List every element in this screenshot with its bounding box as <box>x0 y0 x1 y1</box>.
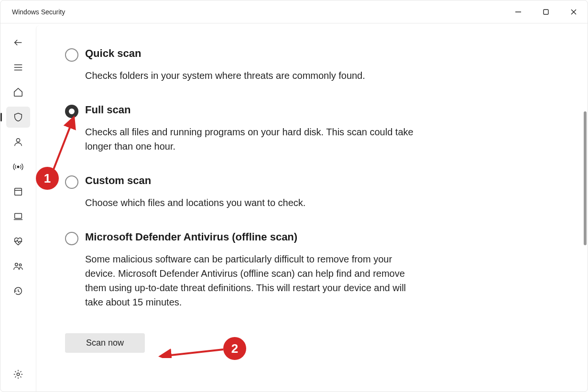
people-icon <box>13 261 23 272</box>
radio-offline-scan[interactable] <box>65 232 78 245</box>
browser-icon <box>13 186 23 197</box>
nav-settings[interactable] <box>6 364 30 385</box>
svg-rect-1 <box>544 10 548 14</box>
scan-option-offline: Microsoft Defender Antivirus (offline sc… <box>65 231 438 309</box>
nav-app-browser-control[interactable] <box>6 181 30 202</box>
annotation-badge-1: 1 <box>36 167 59 190</box>
scan-title: Full scan <box>85 104 438 116</box>
close-button[interactable] <box>560 0 588 23</box>
scan-title: Custom scan <box>85 174 438 187</box>
svg-point-16 <box>17 373 20 376</box>
back-button[interactable] <box>6 32 30 53</box>
scan-option-custom: Custom scan Choose which files and locat… <box>65 174 438 210</box>
person-icon <box>13 137 23 147</box>
scan-title: Microsoft Defender Antivirus (offline sc… <box>85 231 438 243</box>
hamburger-menu-button[interactable] <box>6 57 30 78</box>
nav-family-options[interactable] <box>6 256 30 277</box>
nav-home[interactable] <box>6 82 30 103</box>
minimize-icon <box>515 9 522 15</box>
svg-point-14 <box>15 263 18 266</box>
minimize-button[interactable] <box>504 0 532 23</box>
arrow-left-icon <box>13 37 23 48</box>
history-icon <box>13 286 23 296</box>
shield-icon <box>13 112 23 122</box>
scan-description: Checks all files and running programs on… <box>85 125 420 153</box>
scrollbar-thumb[interactable] <box>584 111 587 245</box>
nav-account-protection[interactable] <box>6 131 30 152</box>
nav-protection-history[interactable] <box>6 281 30 302</box>
laptop-icon <box>13 211 23 222</box>
radio-full-scan[interactable] <box>65 105 78 118</box>
scan-option-quick: Quick scan Checks folders in your system… <box>65 47 438 83</box>
scan-description: Checks folders in your system where thre… <box>85 68 420 83</box>
scan-now-button[interactable]: Scan now <box>65 333 145 353</box>
nav-firewall-network[interactable] <box>6 156 30 177</box>
nav-device-security[interactable] <box>6 206 30 227</box>
svg-rect-10 <box>15 188 22 196</box>
home-icon <box>13 87 23 98</box>
heart-pulse-icon <box>13 236 23 247</box>
main-content: Quick scan Checks folders in your system… <box>36 25 467 392</box>
scan-option-full: Full scan Checks all files and running p… <box>65 104 438 153</box>
maximize-button[interactable] <box>532 0 560 23</box>
svg-rect-12 <box>15 214 22 218</box>
annotation-badge-2: 2 <box>223 337 246 360</box>
wifi-signal-icon <box>13 162 23 172</box>
sidebar <box>0 23 36 392</box>
radio-quick-scan[interactable] <box>65 48 78 62</box>
maximize-icon <box>543 9 549 15</box>
titlebar: Windows Security <box>0 0 588 23</box>
radio-custom-scan[interactable] <box>65 175 78 189</box>
svg-point-15 <box>19 264 22 266</box>
scan-description: Some malicious software can be particula… <box>85 252 420 309</box>
window-title: Windows Security <box>12 8 65 16</box>
window-controls <box>504 0 588 23</box>
nav-virus-threat-protection[interactable] <box>6 107 30 128</box>
scan-title: Quick scan <box>85 47 438 60</box>
scan-description: Choose which files and locations you wan… <box>85 196 420 210</box>
gear-icon <box>13 369 23 380</box>
svg-point-9 <box>17 166 19 168</box>
close-icon <box>570 9 577 15</box>
hamburger-icon <box>13 62 23 73</box>
svg-point-8 <box>16 139 20 142</box>
nav-device-performance[interactable] <box>6 231 30 252</box>
